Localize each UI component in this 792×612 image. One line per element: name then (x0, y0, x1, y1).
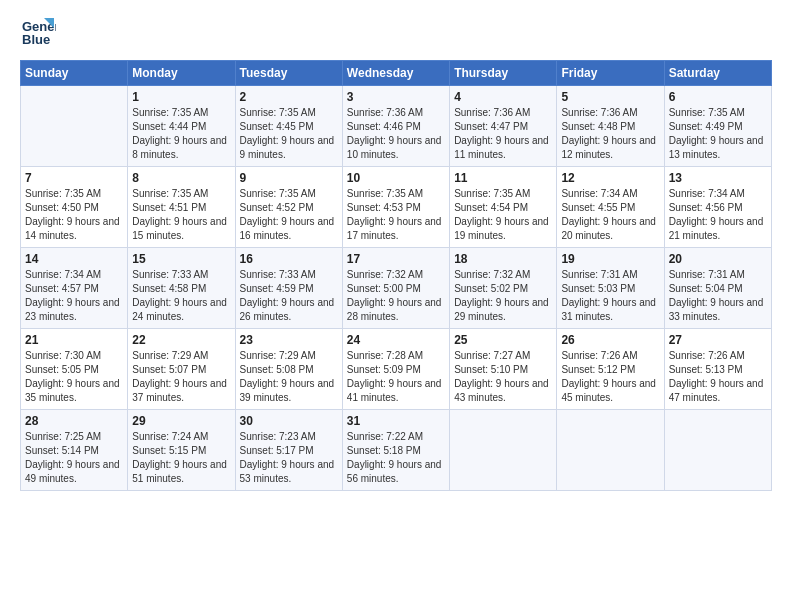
calendar-cell (21, 86, 128, 167)
day-number: 17 (347, 252, 445, 266)
day-number: 3 (347, 90, 445, 104)
week-row-4: 28Sunrise: 7:25 AMSunset: 5:14 PMDayligh… (21, 410, 772, 491)
calendar-cell: 3Sunrise: 7:36 AMSunset: 4:46 PMDaylight… (342, 86, 449, 167)
cell-sunrise: Sunrise: 7:32 AMSunset: 5:02 PMDaylight:… (454, 269, 549, 322)
cell-sunrise: Sunrise: 7:32 AMSunset: 5:00 PMDaylight:… (347, 269, 442, 322)
day-number: 11 (454, 171, 552, 185)
day-number: 5 (561, 90, 659, 104)
logo-text: General Blue (20, 16, 56, 52)
cell-sunrise: Sunrise: 7:36 AMSunset: 4:47 PMDaylight:… (454, 107, 549, 160)
header-cell-saturday: Saturday (664, 61, 771, 86)
week-row-2: 14Sunrise: 7:34 AMSunset: 4:57 PMDayligh… (21, 248, 772, 329)
day-number: 23 (240, 333, 338, 347)
day-number: 20 (669, 252, 767, 266)
cell-sunrise: Sunrise: 7:34 AMSunset: 4:56 PMDaylight:… (669, 188, 764, 241)
calendar-cell: 19Sunrise: 7:31 AMSunset: 5:03 PMDayligh… (557, 248, 664, 329)
calendar-cell: 21Sunrise: 7:30 AMSunset: 5:05 PMDayligh… (21, 329, 128, 410)
calendar-cell (557, 410, 664, 491)
calendar-cell: 16Sunrise: 7:33 AMSunset: 4:59 PMDayligh… (235, 248, 342, 329)
week-row-0: 1Sunrise: 7:35 AMSunset: 4:44 PMDaylight… (21, 86, 772, 167)
day-number: 2 (240, 90, 338, 104)
logo: General Blue (20, 16, 56, 52)
header-cell-monday: Monday (128, 61, 235, 86)
calendar-cell: 14Sunrise: 7:34 AMSunset: 4:57 PMDayligh… (21, 248, 128, 329)
header: General Blue (20, 16, 772, 52)
calendar-cell: 22Sunrise: 7:29 AMSunset: 5:07 PMDayligh… (128, 329, 235, 410)
day-number: 9 (240, 171, 338, 185)
calendar-cell: 29Sunrise: 7:24 AMSunset: 5:15 PMDayligh… (128, 410, 235, 491)
calendar-cell (450, 410, 557, 491)
day-number: 1 (132, 90, 230, 104)
cell-sunrise: Sunrise: 7:35 AMSunset: 4:52 PMDaylight:… (240, 188, 335, 241)
header-cell-sunday: Sunday (21, 61, 128, 86)
calendar-cell: 13Sunrise: 7:34 AMSunset: 4:56 PMDayligh… (664, 167, 771, 248)
calendar-cell: 30Sunrise: 7:23 AMSunset: 5:17 PMDayligh… (235, 410, 342, 491)
cell-sunrise: Sunrise: 7:24 AMSunset: 5:15 PMDaylight:… (132, 431, 227, 484)
calendar-cell: 18Sunrise: 7:32 AMSunset: 5:02 PMDayligh… (450, 248, 557, 329)
day-number: 13 (669, 171, 767, 185)
header-cell-wednesday: Wednesday (342, 61, 449, 86)
cell-sunrise: Sunrise: 7:23 AMSunset: 5:17 PMDaylight:… (240, 431, 335, 484)
header-cell-friday: Friday (557, 61, 664, 86)
cell-sunrise: Sunrise: 7:27 AMSunset: 5:10 PMDaylight:… (454, 350, 549, 403)
day-number: 10 (347, 171, 445, 185)
cell-sunrise: Sunrise: 7:34 AMSunset: 4:55 PMDaylight:… (561, 188, 656, 241)
calendar-cell: 5Sunrise: 7:36 AMSunset: 4:48 PMDaylight… (557, 86, 664, 167)
day-number: 25 (454, 333, 552, 347)
day-number: 24 (347, 333, 445, 347)
calendar-cell: 20Sunrise: 7:31 AMSunset: 5:04 PMDayligh… (664, 248, 771, 329)
day-number: 6 (669, 90, 767, 104)
cell-sunrise: Sunrise: 7:36 AMSunset: 4:48 PMDaylight:… (561, 107, 656, 160)
day-number: 15 (132, 252, 230, 266)
cell-sunrise: Sunrise: 7:35 AMSunset: 4:50 PMDaylight:… (25, 188, 120, 241)
calendar-cell: 31Sunrise: 7:22 AMSunset: 5:18 PMDayligh… (342, 410, 449, 491)
day-number: 21 (25, 333, 123, 347)
week-row-3: 21Sunrise: 7:30 AMSunset: 5:05 PMDayligh… (21, 329, 772, 410)
cell-sunrise: Sunrise: 7:35 AMSunset: 4:49 PMDaylight:… (669, 107, 764, 160)
calendar-cell: 4Sunrise: 7:36 AMSunset: 4:47 PMDaylight… (450, 86, 557, 167)
cell-sunrise: Sunrise: 7:35 AMSunset: 4:45 PMDaylight:… (240, 107, 335, 160)
cell-sunrise: Sunrise: 7:29 AMSunset: 5:08 PMDaylight:… (240, 350, 335, 403)
cell-sunrise: Sunrise: 7:34 AMSunset: 4:57 PMDaylight:… (25, 269, 120, 322)
cell-sunrise: Sunrise: 7:33 AMSunset: 4:58 PMDaylight:… (132, 269, 227, 322)
day-number: 4 (454, 90, 552, 104)
calendar-cell: 9Sunrise: 7:35 AMSunset: 4:52 PMDaylight… (235, 167, 342, 248)
cell-sunrise: Sunrise: 7:35 AMSunset: 4:54 PMDaylight:… (454, 188, 549, 241)
calendar-cell: 25Sunrise: 7:27 AMSunset: 5:10 PMDayligh… (450, 329, 557, 410)
cell-sunrise: Sunrise: 7:35 AMSunset: 4:44 PMDaylight:… (132, 107, 227, 160)
day-number: 12 (561, 171, 659, 185)
calendar-cell: 7Sunrise: 7:35 AMSunset: 4:50 PMDaylight… (21, 167, 128, 248)
svg-text:Blue: Blue (22, 32, 50, 47)
logo-svg: General Blue (20, 16, 56, 52)
calendar-cell: 15Sunrise: 7:33 AMSunset: 4:58 PMDayligh… (128, 248, 235, 329)
calendar-cell (664, 410, 771, 491)
calendar-cell: 6Sunrise: 7:35 AMSunset: 4:49 PMDaylight… (664, 86, 771, 167)
day-number: 27 (669, 333, 767, 347)
cell-sunrise: Sunrise: 7:26 AMSunset: 5:12 PMDaylight:… (561, 350, 656, 403)
cell-sunrise: Sunrise: 7:29 AMSunset: 5:07 PMDaylight:… (132, 350, 227, 403)
calendar-cell: 10Sunrise: 7:35 AMSunset: 4:53 PMDayligh… (342, 167, 449, 248)
page-container: General Blue SundayMondayTuesdayWednesda… (0, 0, 792, 501)
cell-sunrise: Sunrise: 7:26 AMSunset: 5:13 PMDaylight:… (669, 350, 764, 403)
day-number: 7 (25, 171, 123, 185)
day-number: 26 (561, 333, 659, 347)
cell-sunrise: Sunrise: 7:33 AMSunset: 4:59 PMDaylight:… (240, 269, 335, 322)
day-number: 31 (347, 414, 445, 428)
calendar-cell: 11Sunrise: 7:35 AMSunset: 4:54 PMDayligh… (450, 167, 557, 248)
calendar-cell: 12Sunrise: 7:34 AMSunset: 4:55 PMDayligh… (557, 167, 664, 248)
day-number: 22 (132, 333, 230, 347)
day-number: 19 (561, 252, 659, 266)
calendar-cell: 24Sunrise: 7:28 AMSunset: 5:09 PMDayligh… (342, 329, 449, 410)
cell-sunrise: Sunrise: 7:30 AMSunset: 5:05 PMDaylight:… (25, 350, 120, 403)
day-number: 8 (132, 171, 230, 185)
day-number: 29 (132, 414, 230, 428)
cell-sunrise: Sunrise: 7:35 AMSunset: 4:53 PMDaylight:… (347, 188, 442, 241)
calendar-table: SundayMondayTuesdayWednesdayThursdayFrid… (20, 60, 772, 491)
cell-sunrise: Sunrise: 7:36 AMSunset: 4:46 PMDaylight:… (347, 107, 442, 160)
cell-sunrise: Sunrise: 7:22 AMSunset: 5:18 PMDaylight:… (347, 431, 442, 484)
cell-sunrise: Sunrise: 7:28 AMSunset: 5:09 PMDaylight:… (347, 350, 442, 403)
calendar-cell: 2Sunrise: 7:35 AMSunset: 4:45 PMDaylight… (235, 86, 342, 167)
cell-sunrise: Sunrise: 7:35 AMSunset: 4:51 PMDaylight:… (132, 188, 227, 241)
calendar-cell: 27Sunrise: 7:26 AMSunset: 5:13 PMDayligh… (664, 329, 771, 410)
header-cell-thursday: Thursday (450, 61, 557, 86)
